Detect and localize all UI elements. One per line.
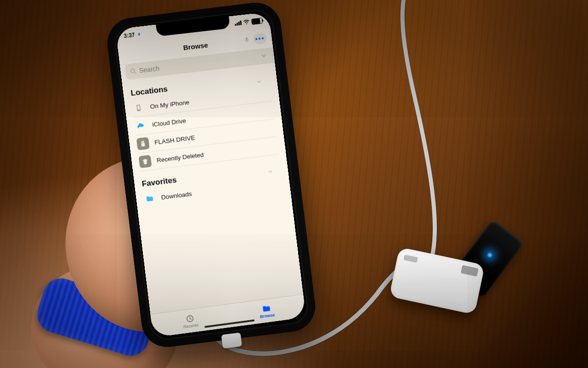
location-label: Recently Deleted xyxy=(156,151,204,163)
favorite-label: Downloads xyxy=(161,190,192,201)
location-label: iCloud Drive xyxy=(152,117,187,128)
wifi-icon xyxy=(243,19,250,26)
svg-rect-5 xyxy=(141,141,145,143)
cell-signal-icon xyxy=(234,21,242,26)
svg-rect-7 xyxy=(142,142,142,143)
location-label: On My iPhone xyxy=(150,98,190,110)
folder-icon xyxy=(261,303,271,313)
dictation-icon[interactable] xyxy=(243,36,251,43)
usb-adapter xyxy=(389,229,507,319)
location-label: FLASH DRIVE xyxy=(154,134,195,146)
chevron-down-icon[interactable] xyxy=(256,78,263,85)
photo-scene: 3:37 Browse ••• xyxy=(0,0,588,368)
battery-icon xyxy=(251,17,263,25)
clock-icon xyxy=(185,313,195,324)
more-button[interactable]: ••• xyxy=(253,33,267,45)
cloud-icon xyxy=(134,119,147,132)
chevron-down-icon[interactable] xyxy=(267,168,274,175)
bluetooth-icon xyxy=(136,31,142,38)
iphone-icon xyxy=(132,101,145,115)
svg-rect-8 xyxy=(143,142,143,143)
chevron-down-icon[interactable] xyxy=(260,52,268,60)
svg-line-1 xyxy=(134,72,136,74)
tab-label: Browse xyxy=(260,312,275,319)
browse-content: Locations On My iPhone iCloud Drive xyxy=(122,66,303,315)
svg-rect-6 xyxy=(141,143,145,146)
folder-icon xyxy=(143,192,156,205)
status-time: 3:37 xyxy=(124,32,136,40)
trash-icon xyxy=(138,155,152,168)
search-icon xyxy=(129,67,137,75)
usb-drive-icon xyxy=(136,137,150,150)
tab-label: Recents xyxy=(183,322,199,329)
nav-title: Browse xyxy=(183,41,209,52)
ellipsis-icon: ••• xyxy=(255,35,265,42)
svg-rect-3 xyxy=(137,105,140,110)
lightning-connector xyxy=(221,333,242,349)
